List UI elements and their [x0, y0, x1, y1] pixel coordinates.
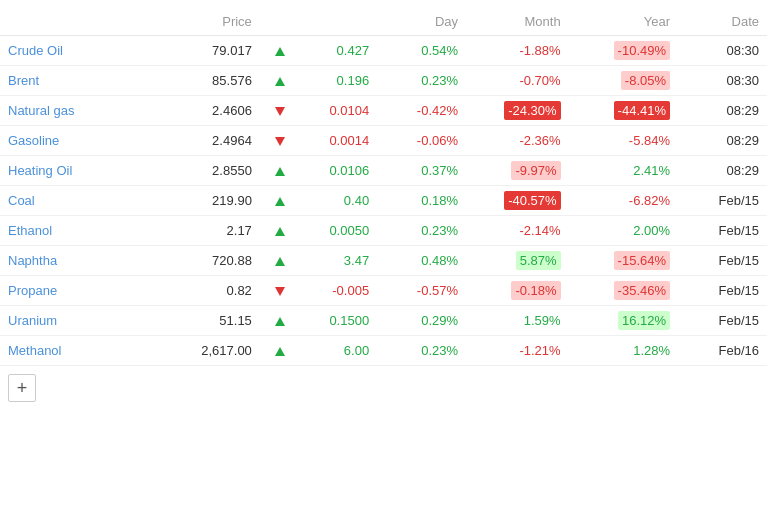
col-header-price: Price — [150, 8, 259, 36]
table-row[interactable]: Methanol2,617.006.000.23%-1.21%1.28%Feb/… — [0, 336, 767, 366]
cell-month-badge: 5.87% — [516, 251, 561, 270]
cell-date: Feb/16 — [678, 336, 767, 366]
col-header-arrow — [260, 8, 301, 36]
cell-day: -0.42% — [377, 96, 466, 126]
cell-date: 08:29 — [678, 126, 767, 156]
table-row[interactable]: Crude Oil79.0170.4270.54%-1.88%-10.49%08… — [0, 36, 767, 66]
cell-day: 0.23% — [377, 216, 466, 246]
arrow-up-icon — [275, 197, 285, 206]
cell-price: 219.90 — [150, 186, 259, 216]
cell-name: Natural gas — [0, 96, 150, 126]
col-header-day: Day — [377, 8, 466, 36]
cell-month: -24.30% — [466, 96, 569, 126]
cell-arrow — [260, 126, 301, 156]
cell-price: 720.88 — [150, 246, 259, 276]
cell-year: -35.46% — [569, 276, 678, 306]
arrow-up-icon — [275, 257, 285, 266]
cell-date: Feb/15 — [678, 306, 767, 336]
cell-date: Feb/15 — [678, 276, 767, 306]
table-row[interactable]: Coal219.900.400.18%-40.57%-6.82%Feb/15 — [0, 186, 767, 216]
cell-year-badge: -8.05% — [621, 71, 670, 90]
cell-date: 08:30 — [678, 66, 767, 96]
cell-price: 2.17 — [150, 216, 259, 246]
cell-change: 6.00 — [301, 336, 377, 366]
commodities-table-container: Price Day Month Year Date Crude Oil79.01… — [0, 0, 767, 418]
cell-year: -5.84% — [569, 126, 678, 156]
arrow-up-icon — [275, 347, 285, 356]
commodities-table: Price Day Month Year Date Crude Oil79.01… — [0, 8, 767, 366]
cell-month: -9.97% — [466, 156, 569, 186]
cell-year: -15.64% — [569, 246, 678, 276]
cell-month-badge: -9.97% — [511, 161, 560, 180]
cell-day: 0.18% — [377, 186, 466, 216]
cell-year-badge: -35.46% — [614, 281, 670, 300]
col-header-month: Month — [466, 8, 569, 36]
cell-change: 0.0106 — [301, 156, 377, 186]
cell-price: 2.4606 — [150, 96, 259, 126]
cell-name: Uranium — [0, 306, 150, 336]
cell-arrow — [260, 186, 301, 216]
col-header-date: Date — [678, 8, 767, 36]
arrow-up-icon — [275, 77, 285, 86]
cell-year-badge: -44.41% — [614, 101, 670, 120]
table-row[interactable]: Brent85.5760.1960.23%-0.70%-8.05%08:30 — [0, 66, 767, 96]
table-row[interactable]: Naphtha720.883.470.48%5.87%-15.64%Feb/15 — [0, 246, 767, 276]
cell-arrow — [260, 156, 301, 186]
col-header-name — [0, 8, 150, 36]
cell-arrow — [260, 306, 301, 336]
cell-change: 0.0050 — [301, 216, 377, 246]
cell-name: Propane — [0, 276, 150, 306]
cell-price: 51.15 — [150, 306, 259, 336]
cell-arrow — [260, 336, 301, 366]
add-row-button[interactable]: + — [8, 374, 36, 402]
table-row[interactable]: Uranium51.150.15000.29%1.59%16.12%Feb/15 — [0, 306, 767, 336]
cell-change: -0.005 — [301, 276, 377, 306]
col-header-year: Year — [569, 8, 678, 36]
table-row[interactable]: Ethanol2.170.00500.23%-2.14%2.00%Feb/15 — [0, 216, 767, 246]
cell-arrow — [260, 66, 301, 96]
cell-year: 1.28% — [569, 336, 678, 366]
cell-year-badge: 16.12% — [618, 311, 670, 330]
arrow-up-icon — [275, 227, 285, 236]
table-row[interactable]: Natural gas2.46060.0104-0.42%-24.30%-44.… — [0, 96, 767, 126]
cell-date: 08:29 — [678, 156, 767, 186]
cell-year: 2.41% — [569, 156, 678, 186]
arrow-down-icon — [275, 137, 285, 146]
cell-price: 0.82 — [150, 276, 259, 306]
arrow-down-icon — [275, 287, 285, 296]
cell-month: -1.88% — [466, 36, 569, 66]
cell-price: 2.4964 — [150, 126, 259, 156]
cell-date: Feb/15 — [678, 186, 767, 216]
cell-price: 2,617.00 — [150, 336, 259, 366]
cell-day: -0.06% — [377, 126, 466, 156]
cell-name: Methanol — [0, 336, 150, 366]
cell-month: -1.21% — [466, 336, 569, 366]
cell-arrow — [260, 36, 301, 66]
col-header-change — [301, 8, 377, 36]
cell-date: Feb/15 — [678, 246, 767, 276]
cell-month-badge: -24.30% — [504, 101, 560, 120]
cell-month: -2.36% — [466, 126, 569, 156]
cell-name: Coal — [0, 186, 150, 216]
cell-year: -6.82% — [569, 186, 678, 216]
table-row[interactable]: Heating Oil2.85500.01060.37%-9.97%2.41%0… — [0, 156, 767, 186]
cell-day: 0.37% — [377, 156, 466, 186]
cell-price: 85.576 — [150, 66, 259, 96]
cell-name: Heating Oil — [0, 156, 150, 186]
cell-change: 0.0104 — [301, 96, 377, 126]
cell-month: -0.18% — [466, 276, 569, 306]
cell-year: -10.49% — [569, 36, 678, 66]
cell-year-badge: -10.49% — [614, 41, 670, 60]
table-row[interactable]: Propane0.82-0.005-0.57%-0.18%-35.46%Feb/… — [0, 276, 767, 306]
cell-arrow — [260, 246, 301, 276]
arrow-up-icon — [275, 47, 285, 56]
cell-price: 79.017 — [150, 36, 259, 66]
cell-month: 1.59% — [466, 306, 569, 336]
cell-arrow — [260, 276, 301, 306]
cell-day: 0.23% — [377, 66, 466, 96]
cell-name: Crude Oil — [0, 36, 150, 66]
arrow-up-icon — [275, 167, 285, 176]
cell-date: 08:29 — [678, 96, 767, 126]
cell-date: 08:30 — [678, 36, 767, 66]
table-row[interactable]: Gasoline2.49640.0014-0.06%-2.36%-5.84%08… — [0, 126, 767, 156]
